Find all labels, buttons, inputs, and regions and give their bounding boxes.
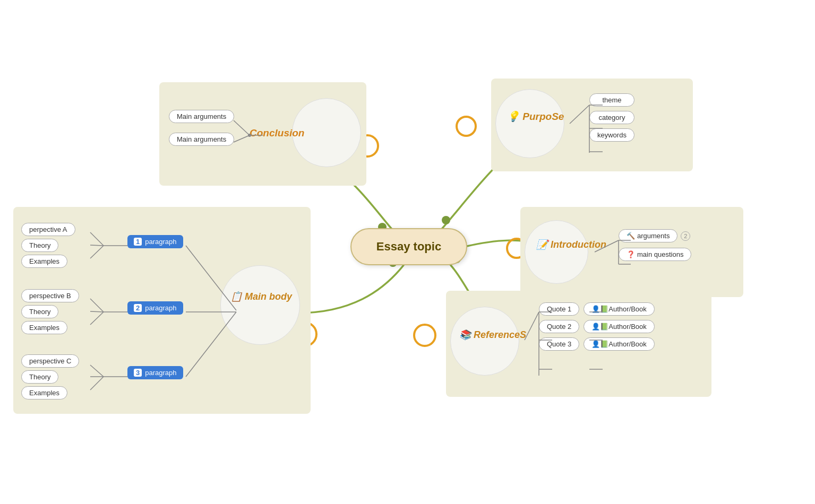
svg-line-37 [90, 311, 104, 312]
ref-quote1: Quote 1 [539, 302, 579, 316]
svg-line-36 [90, 299, 104, 312]
svg-point-1 [442, 216, 450, 224]
mainbody-title: 📋 Main body [230, 291, 292, 302]
para-btn-3[interactable]: 3 paragraph [127, 366, 183, 379]
ref-author3: 👤📗 Author/Book [584, 337, 655, 351]
svg-line-43 [90, 377, 104, 390]
examples-2: Examples [21, 321, 67, 334]
svg-line-14 [570, 105, 589, 124]
central-node[interactable]: Essay topic [350, 228, 467, 265]
introduction-panel: 📝 Introduction 🔨arguments 2 ❓main questi… [520, 207, 743, 297]
theory-3: Theory [21, 370, 58, 384]
perspective-b: perspective B [21, 289, 79, 302]
purpose-title: 💡 PurpoSe [507, 110, 564, 123]
references-title: 📚 ReferenceS [459, 329, 526, 341]
mind-map: Conclusion Main arguments Main arguments… [0, 0, 815, 504]
conclusion-title: Conclusion [250, 127, 304, 139]
intro-arguments: 🔨arguments [619, 229, 677, 242]
conclusion-arg1: Main arguments [169, 110, 234, 123]
purpose-category: category [589, 111, 634, 124]
svg-line-33 [90, 246, 104, 258]
ref-quote3: Quote 3 [539, 337, 579, 351]
conclusion-panel: Conclusion Main arguments Main arguments [159, 82, 366, 186]
purpose-keywords: keywords [589, 128, 634, 142]
examples-3: Examples [21, 386, 67, 399]
examples-1: Examples [21, 255, 67, 268]
introduction-title: 📝 Introduction [536, 239, 606, 250]
mainbody-panel: 📋 Main body perpective A Theory Examples… [13, 207, 311, 414]
ref-quote2: Quote 2 [539, 320, 579, 333]
svg-line-10 [234, 120, 250, 135]
svg-line-23 [525, 312, 539, 340]
ref-author1: 👤📗 Author/Book [584, 302, 655, 316]
ref-author2: 👤📗 Author/Book [584, 320, 655, 333]
references-panel: 📚 ReferenceS Quote 1 👤📗 Author/Book Quot… [446, 291, 711, 397]
svg-line-38 [90, 312, 104, 325]
conclusion-arg2: Main arguments [169, 133, 234, 146]
purpose-theme: theme [589, 93, 634, 107]
svg-line-11 [234, 135, 250, 142]
para-btn-1[interactable]: 1 paragraph [127, 235, 183, 248]
perspective-a: perpective A [21, 223, 75, 236]
purpose-panel: 💡 PurpoSe theme category keywords [491, 79, 693, 171]
svg-line-32 [90, 245, 104, 246]
theory-2: Theory [21, 305, 58, 318]
svg-line-31 [90, 232, 104, 246]
svg-line-41 [90, 365, 104, 377]
perspective-c: perspective C [21, 354, 79, 368]
svg-point-5 [457, 117, 476, 136]
svg-point-8 [414, 325, 435, 346]
intro-main-questions: ❓main questions [619, 248, 691, 261]
para-btn-2[interactable]: 2 paragraph [127, 301, 183, 315]
central-label: Essay topic [376, 240, 441, 254]
theory-1: Theory [21, 239, 58, 252]
